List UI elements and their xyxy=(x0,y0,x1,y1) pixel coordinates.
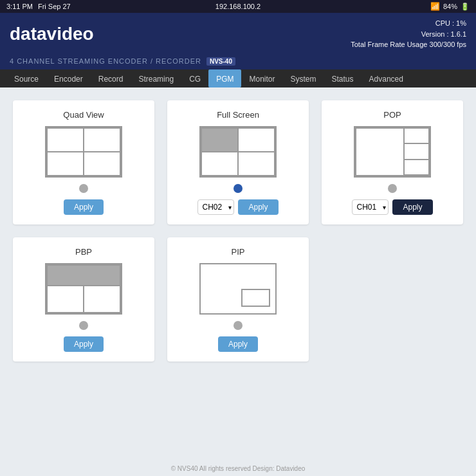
pop-side-cells xyxy=(405,129,428,175)
nav-advanced[interactable]: Advanced xyxy=(362,69,411,87)
header: datavideo CPU : 1% Version : 1.6.1 Total… xyxy=(0,13,476,55)
fullscreen-cell-bl xyxy=(202,152,237,175)
full-screen-channel-wrapper: CH01 CH02 CH03 CH04 xyxy=(197,199,234,215)
quad-cell-br xyxy=(84,152,120,175)
quad-view-card: Quad View Apply xyxy=(13,100,154,224)
full-screen-channel-select[interactable]: CH01 CH02 CH03 CH04 xyxy=(197,199,234,215)
nav-status[interactable]: Status xyxy=(324,69,362,87)
nav-encoder[interactable]: Encoder xyxy=(46,69,91,87)
footer: © NVS40 All rights reserved Design: Data… xyxy=(0,461,476,476)
pip-icon xyxy=(199,263,277,315)
nav-streaming[interactable]: Streaming xyxy=(131,69,181,87)
frame-rate-info: Total Frame Rate Usage 300/300 fps xyxy=(351,39,466,50)
pop-side-3 xyxy=(405,160,428,175)
pop-title: POP xyxy=(383,110,401,120)
status-bar: 3:11 PM Fri Sep 27 192.168.100.2 📶 84% 🔋 xyxy=(0,0,476,13)
header-info: CPU : 1% Version : 1.6.1 Total Frame Rat… xyxy=(351,18,466,50)
cpu-info: CPU : 1% xyxy=(351,18,466,29)
battery-icon: 🔋 xyxy=(461,3,470,11)
quad-view-title: Quad View xyxy=(63,110,104,120)
product-badge: NVS-40 xyxy=(206,57,235,66)
version-info: Version : 1.6.1 xyxy=(351,29,466,40)
nav-pgm[interactable]: PGM xyxy=(208,69,241,87)
pbp-cell-r xyxy=(84,286,120,312)
quad-view-indicator xyxy=(79,184,88,193)
logo-data: data xyxy=(10,24,47,44)
nav-monitor[interactable]: Monitor xyxy=(241,69,282,87)
pbp-bottom-cells xyxy=(48,286,120,312)
nav-source[interactable]: Source xyxy=(6,69,46,87)
fullscreen-cell-br xyxy=(239,152,274,175)
pip-title: PIP xyxy=(232,247,245,257)
full-screen-card: Full Screen CH01 CH02 CH03 CH04 Apply xyxy=(167,100,309,224)
pbp-apply-button[interactable]: Apply xyxy=(64,336,104,352)
layouts-row2: PBP Apply PIP Apply xyxy=(13,237,463,362)
ip-address: 192.168.100.2 xyxy=(215,3,261,10)
nav-record[interactable]: Record xyxy=(91,69,131,87)
full-screen-apply-button[interactable]: Apply xyxy=(238,199,278,215)
pbp-title: PBP xyxy=(75,247,92,257)
pop-apply-button[interactable]: Apply xyxy=(392,199,432,215)
nav-cg[interactable]: CG xyxy=(181,69,208,87)
pbp-card: PBP Apply xyxy=(13,237,154,362)
layouts-row1: Quad View Apply Full Screen xyxy=(13,100,463,224)
full-screen-title: Full Screen xyxy=(217,110,259,120)
quad-cell-tr xyxy=(84,129,120,151)
pip-indicator xyxy=(233,321,243,330)
pop-side-2 xyxy=(405,144,428,159)
full-screen-icon xyxy=(199,126,277,178)
full-screen-controls: CH01 CH02 CH03 CH04 Apply xyxy=(177,199,299,215)
time: 3:11 PM xyxy=(6,3,33,10)
quad-cell-tl xyxy=(48,129,83,151)
pop-controls: CH01 CH02 CH03 CH04 Apply xyxy=(331,199,453,215)
full-screen-indicator xyxy=(233,184,243,193)
pop-side-1 xyxy=(405,129,428,143)
status-left: 3:11 PM Fri Sep 27 xyxy=(6,3,71,10)
battery-level: 84% xyxy=(443,3,457,10)
logo: datavideo xyxy=(10,24,94,44)
fullscreen-cell-tr xyxy=(239,129,274,151)
nav-system[interactable]: System xyxy=(282,69,324,87)
status-right: 📶 84% 🔋 xyxy=(430,2,470,11)
pop-channel-wrapper: CH01 CH02 CH03 CH04 xyxy=(352,199,389,215)
pip-card: PIP Apply xyxy=(167,237,309,362)
wifi-icon: 📶 xyxy=(430,2,440,11)
product-name: 4 CHANNEL STREAMING ENCODER / RECORDER xyxy=(10,57,201,65)
pop-card: POP CH01 CH02 CH03 CH04 xyxy=(322,100,463,224)
date: Fri Sep 27 xyxy=(38,3,71,10)
pbp-indicator xyxy=(79,321,88,330)
main-content: Quad View Apply Full Screen xyxy=(0,87,476,477)
pbp-icon xyxy=(45,263,122,315)
pop-main-cell xyxy=(356,129,403,175)
nav-bar: Source Encoder Record Streaming CG PGM M… xyxy=(0,69,476,87)
pop-channel-select[interactable]: CH01 CH02 CH03 CH04 xyxy=(352,199,389,215)
pop-icon xyxy=(354,126,431,178)
logo-video: video xyxy=(47,24,94,44)
empty-spacer xyxy=(322,237,463,362)
footer-text: © NVS40 All rights reserved Design: Data… xyxy=(171,465,306,472)
product-bar: 4 CHANNEL STREAMING ENCODER / RECORDER N… xyxy=(0,55,476,69)
pbp-cell-l xyxy=(48,286,83,312)
pip-apply-button[interactable]: Apply xyxy=(218,336,258,352)
pbp-top-cell xyxy=(48,266,120,285)
fullscreen-cell-large xyxy=(202,129,237,151)
pip-inner-cell xyxy=(241,289,270,307)
quad-cell-bl xyxy=(48,152,83,175)
pop-indicator xyxy=(388,184,397,193)
quad-view-icon xyxy=(45,126,122,178)
quad-view-apply-button[interactable]: Apply xyxy=(64,199,104,215)
